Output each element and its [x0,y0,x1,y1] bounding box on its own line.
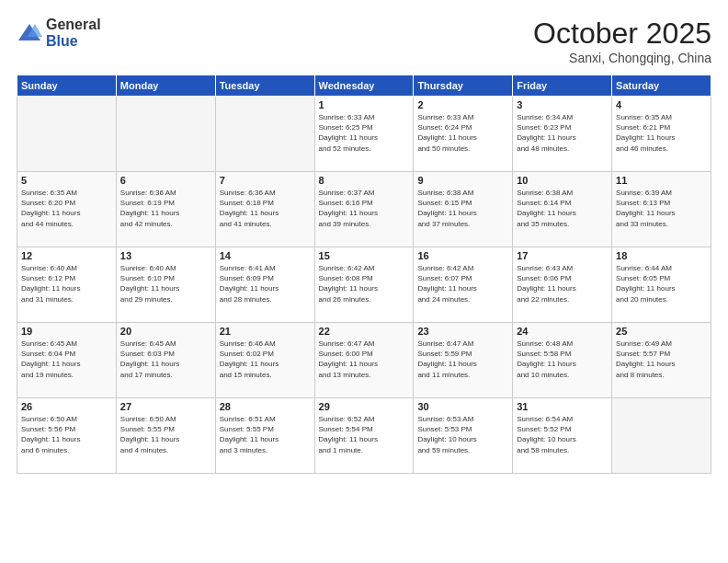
calendar-cell: 25Sunrise: 6:49 AM Sunset: 5:57 PM Dayli… [612,323,711,398]
day-number: 23 [417,326,508,337]
day-info: Sunrise: 6:37 AM Sunset: 6:16 PM Dayligh… [319,188,410,229]
calendar-cell: 5Sunrise: 6:35 AM Sunset: 6:20 PM Daylig… [17,172,117,247]
day-number: 15 [319,250,410,261]
day-number: 14 [220,250,311,261]
day-number: 1 [319,99,410,110]
calendar-cell: 16Sunrise: 6:42 AM Sunset: 6:07 PM Dayli… [414,247,513,323]
calendar-cell: 24Sunrise: 6:48 AM Sunset: 5:58 PM Dayli… [513,323,612,398]
day-info: Sunrise: 6:38 AM Sunset: 6:14 PM Dayligh… [517,188,608,229]
logo: General Blue [17,17,101,49]
day-number: 30 [417,401,508,412]
weekday-header: Friday [513,75,612,97]
day-number: 7 [220,175,311,186]
month-title: October 2025 [533,17,711,51]
day-number: 10 [517,175,608,186]
calendar-cell: 26Sunrise: 6:50 AM Sunset: 5:56 PM Dayli… [17,398,117,474]
day-info: Sunrise: 6:35 AM Sunset: 6:21 PM Dayligh… [616,112,707,154]
calendar-cell: 7Sunrise: 6:36 AM Sunset: 6:18 PM Daylig… [215,172,314,247]
logo-blue: Blue [46,33,101,50]
calendar-cell: 4Sunrise: 6:35 AM Sunset: 6:21 PM Daylig… [612,97,711,172]
day-info: Sunrise: 6:46 AM Sunset: 6:02 PM Dayligh… [220,339,311,380]
day-info: Sunrise: 6:42 AM Sunset: 6:07 PM Dayligh… [417,263,508,304]
day-number: 17 [517,250,608,261]
logo-general: General [46,17,101,33]
calendar-cell: 2Sunrise: 6:33 AM Sunset: 6:24 PM Daylig… [414,97,513,172]
day-number: 11 [616,175,707,186]
day-number: 29 [319,401,410,412]
calendar-cell: 10Sunrise: 6:38 AM Sunset: 6:14 PM Dayli… [513,172,612,247]
day-number: 6 [120,175,211,186]
calendar-cell: 17Sunrise: 6:43 AM Sunset: 6:06 PM Dayli… [513,247,612,323]
day-info: Sunrise: 6:51 AM Sunset: 5:55 PM Dayligh… [220,414,311,455]
logo-text: General Blue [46,17,101,49]
calendar-cell: 1Sunrise: 6:33 AM Sunset: 6:25 PM Daylig… [314,97,414,172]
weekday-header: Sunday [17,75,117,97]
title-block: October 2025 Sanxi, Chongqing, China [533,17,711,65]
calendar-cell: 18Sunrise: 6:44 AM Sunset: 6:05 PM Dayli… [612,247,711,323]
calendar-week-row: 12Sunrise: 6:40 AM Sunset: 6:12 PM Dayli… [17,247,711,323]
day-number: 2 [417,99,508,110]
weekday-header: Saturday [612,75,711,97]
day-info: Sunrise: 6:47 AM Sunset: 6:00 PM Dayligh… [319,339,410,380]
day-info: Sunrise: 6:33 AM Sunset: 6:25 PM Dayligh… [319,112,410,154]
day-info: Sunrise: 6:36 AM Sunset: 6:18 PM Dayligh… [220,188,311,229]
calendar-cell: 12Sunrise: 6:40 AM Sunset: 6:12 PM Dayli… [17,247,117,323]
calendar-cell: 11Sunrise: 6:39 AM Sunset: 6:13 PM Dayli… [612,172,711,247]
calendar-cell [612,398,711,474]
day-info: Sunrise: 6:38 AM Sunset: 6:15 PM Dayligh… [417,188,508,229]
header: General Blue October 2025 Sanxi, Chongqi… [17,17,711,65]
calendar-cell: 20Sunrise: 6:45 AM Sunset: 6:03 PM Dayli… [116,323,215,398]
calendar-cell: 8Sunrise: 6:37 AM Sunset: 6:16 PM Daylig… [314,172,414,247]
day-info: Sunrise: 6:52 AM Sunset: 5:54 PM Dayligh… [319,414,410,455]
calendar-cell: 19Sunrise: 6:45 AM Sunset: 6:04 PM Dayli… [17,323,117,398]
location-subtitle: Sanxi, Chongqing, China [533,51,711,65]
calendar-cell: 14Sunrise: 6:41 AM Sunset: 6:09 PM Dayli… [215,247,314,323]
day-info: Sunrise: 6:40 AM Sunset: 6:10 PM Dayligh… [120,263,211,304]
day-info: Sunrise: 6:41 AM Sunset: 6:09 PM Dayligh… [220,263,311,304]
calendar-cell [17,97,117,172]
calendar-cell: 9Sunrise: 6:38 AM Sunset: 6:15 PM Daylig… [414,172,513,247]
day-number: 8 [319,175,410,186]
calendar-cell: 22Sunrise: 6:47 AM Sunset: 6:00 PM Dayli… [314,323,414,398]
day-info: Sunrise: 6:43 AM Sunset: 6:06 PM Dayligh… [517,263,608,304]
day-number: 27 [120,401,211,412]
calendar-week-row: 5Sunrise: 6:35 AM Sunset: 6:20 PM Daylig… [17,172,711,247]
day-number: 21 [220,326,311,337]
weekday-header: Tuesday [215,75,314,97]
day-number: 25 [616,326,707,337]
day-info: Sunrise: 6:50 AM Sunset: 5:56 PM Dayligh… [21,414,112,455]
calendar: SundayMondayTuesdayWednesdayThursdayFrid… [17,75,711,474]
day-info: Sunrise: 6:48 AM Sunset: 5:58 PM Dayligh… [517,339,608,380]
day-info: Sunrise: 6:39 AM Sunset: 6:13 PM Dayligh… [616,188,707,229]
day-number: 24 [517,326,608,337]
calendar-week-row: 19Sunrise: 6:45 AM Sunset: 6:04 PM Dayli… [17,323,711,398]
day-number: 13 [120,250,211,261]
calendar-cell: 13Sunrise: 6:40 AM Sunset: 6:10 PM Dayli… [116,247,215,323]
weekday-header: Thursday [414,75,513,97]
day-info: Sunrise: 6:45 AM Sunset: 6:03 PM Dayligh… [120,339,211,380]
calendar-week-row: 26Sunrise: 6:50 AM Sunset: 5:56 PM Dayli… [17,398,711,474]
day-number: 28 [220,401,311,412]
day-info: Sunrise: 6:40 AM Sunset: 6:12 PM Dayligh… [21,263,112,304]
calendar-cell [116,97,215,172]
calendar-cell: 31Sunrise: 6:54 AM Sunset: 5:52 PM Dayli… [513,398,612,474]
calendar-cell: 15Sunrise: 6:42 AM Sunset: 6:08 PM Dayli… [314,247,414,323]
calendar-cell: 30Sunrise: 6:53 AM Sunset: 5:53 PM Dayli… [414,398,513,474]
day-info: Sunrise: 6:49 AM Sunset: 5:57 PM Dayligh… [616,339,707,380]
day-info: Sunrise: 6:34 AM Sunset: 6:23 PM Dayligh… [517,112,608,154]
day-number: 4 [616,99,707,110]
day-number: 3 [517,99,608,110]
day-info: Sunrise: 6:42 AM Sunset: 6:08 PM Dayligh… [319,263,410,304]
day-number: 9 [417,175,508,186]
day-info: Sunrise: 6:50 AM Sunset: 5:55 PM Dayligh… [120,414,211,455]
day-info: Sunrise: 6:36 AM Sunset: 6:19 PM Dayligh… [120,188,211,229]
day-number: 20 [120,326,211,337]
day-number: 22 [319,326,410,337]
day-info: Sunrise: 6:44 AM Sunset: 6:05 PM Dayligh… [616,263,707,304]
day-info: Sunrise: 6:54 AM Sunset: 5:52 PM Dayligh… [517,414,608,455]
day-info: Sunrise: 6:47 AM Sunset: 5:59 PM Dayligh… [417,339,508,380]
calendar-cell: 3Sunrise: 6:34 AM Sunset: 6:23 PM Daylig… [513,97,612,172]
day-info: Sunrise: 6:35 AM Sunset: 6:20 PM Dayligh… [21,188,112,229]
weekday-header: Monday [116,75,215,97]
day-number: 18 [616,250,707,261]
